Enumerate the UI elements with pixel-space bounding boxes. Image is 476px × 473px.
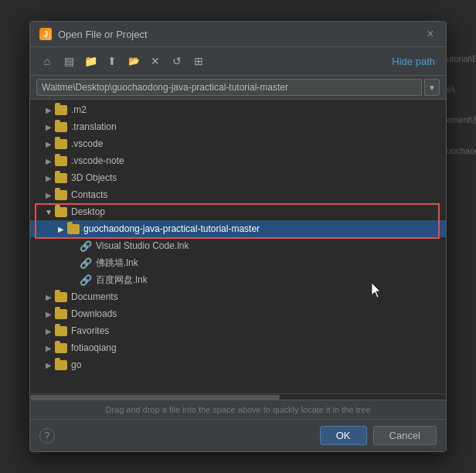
folder-icon-vscode xyxy=(55,139,67,149)
mouse-cursor xyxy=(372,283,384,301)
scrollbar-thumb[interactable] xyxy=(30,395,280,400)
expand-button[interactable]: ⊞ xyxy=(189,52,208,70)
tree-item-vscode-note[interactable]: ▶ .vscode-note xyxy=(30,152,446,169)
item-label-m2: .m2 xyxy=(71,104,87,115)
folder-icon-guochaodong xyxy=(67,224,80,234)
item-label-translation: .translation xyxy=(71,121,117,132)
item-label-go: go xyxy=(71,359,81,370)
expand-arrow-documents[interactable]: ▶ xyxy=(42,291,55,303)
button-bar: ? OK Cancel xyxy=(30,419,446,451)
home-button[interactable]: ⌂ xyxy=(38,52,56,70)
lnk-icon-fotiaojiang: 🔗 xyxy=(80,257,92,269)
path-bar: ▼ xyxy=(30,76,446,100)
path-dropdown-button[interactable]: ▼ xyxy=(424,79,440,96)
app-icon: J xyxy=(39,28,52,40)
item-label-baidu-lnk: 百度网盘.lnk xyxy=(96,274,148,287)
folder-icon-desktop xyxy=(55,207,67,217)
expand-arrow-translation[interactable]: ▶ xyxy=(42,121,55,133)
background-panel: utorial\Ba 码 ement\图 uochaodo xyxy=(443,21,476,452)
tree-item-go[interactable]: ▶ go xyxy=(30,356,446,373)
expand-arrow-desktop[interactable]: ▼ xyxy=(42,206,55,218)
tree-item-fotiaojiang-lnk[interactable]: ▶ 🔗 佛跳墙.lnk xyxy=(30,254,446,271)
folder-icon-fotiaoqiang xyxy=(55,343,67,353)
expand-arrow-go[interactable]: ▶ xyxy=(42,359,55,371)
tree-item-guochaodong[interactable]: ▶ guochaodong-java-practical-tutorial-ma… xyxy=(30,220,446,237)
item-label-fotiaoqiang: fotiaoqiang xyxy=(71,342,117,353)
item-label-vscode-lnk: Visual Studio Code.lnk xyxy=(96,240,189,251)
expand-arrow-contacts[interactable]: ▶ xyxy=(42,189,55,201)
expand-arrow-3d-objects[interactable]: ▶ xyxy=(42,172,55,184)
new-folder-button[interactable]: 📂 xyxy=(124,52,143,70)
item-label-guochaodong: guochaodong-java-practical-tutorial-mast… xyxy=(83,223,260,234)
drag-hint: Drag and drop a file into the space abov… xyxy=(30,400,446,419)
toolbar: ⌂ ▤ 📁 ⬆ 📂 ✕ ↺ ⊞ Hide path xyxy=(30,47,446,76)
ok-button[interactable]: OK xyxy=(320,426,367,445)
folder-icon-go xyxy=(55,360,67,370)
expand-arrow-vscode-note[interactable]: ▶ xyxy=(42,155,55,167)
folder-up-button[interactable]: ⬆ xyxy=(103,52,121,70)
tree-item-contacts[interactable]: ▶ Contacts xyxy=(30,186,446,203)
tree-item-favorites[interactable]: ▶ Favorites xyxy=(30,322,446,339)
tree-item-translation[interactable]: ▶ .translation xyxy=(30,118,446,135)
tree-item-downloads[interactable]: ▶ Downloads xyxy=(30,305,446,322)
folder-icon-documents xyxy=(55,292,67,302)
expand-arrow-guochaodong[interactable]: ▶ xyxy=(55,223,67,235)
expand-arrow-m2[interactable]: ▶ xyxy=(42,104,55,116)
tree-item-fotiaoqiang[interactable]: ▶ fotiaoqiang xyxy=(30,339,446,356)
item-label-desktop: Desktop xyxy=(71,206,105,217)
expand-arrow-downloads[interactable]: ▶ xyxy=(42,308,55,320)
item-label-contacts: Contacts xyxy=(71,189,107,200)
folder-icon-downloads xyxy=(55,309,67,319)
delete-button[interactable]: ✕ xyxy=(146,52,165,70)
item-label-favorites: Favorites xyxy=(71,325,109,336)
dialog: J Open File or Project × ⌂ ▤ 📁 ⬆ 📂 ✕ ↺ ⊞… xyxy=(29,21,447,452)
item-label-vscode-note: .vscode-note xyxy=(71,155,124,166)
item-label-downloads: Downloads xyxy=(71,308,117,319)
refresh-button[interactable]: ↺ xyxy=(168,52,186,70)
folder-icon-translation xyxy=(55,122,67,132)
tree-item-vscode[interactable]: ▶ .vscode xyxy=(30,135,446,152)
lnk-icon-baidu: 🔗 xyxy=(80,274,92,286)
tree-item-desktop[interactable]: ▼ Desktop xyxy=(30,203,446,220)
folder-icon-m2 xyxy=(55,105,67,115)
tree-item-vscode-lnk[interactable]: ▶ 🔗 Visual Studio Code.lnk xyxy=(30,237,446,254)
folder-icon-vscode-note xyxy=(55,156,67,166)
cancel-button[interactable]: Cancel xyxy=(373,426,437,445)
file-tree[interactable]: ▶ .m2 ▶ .translation ▶ .vscode ▶ xyxy=(30,100,446,393)
lnk-icon-vscode: 🔗 xyxy=(80,240,92,252)
tree-item-m2[interactable]: ▶ .m2 xyxy=(30,101,446,118)
item-label-fotiaojiang-lnk: 佛跳墙.lnk xyxy=(96,257,138,270)
dialog-title: Open File or Project xyxy=(58,29,148,40)
horizontal-scrollbar[interactable] xyxy=(30,393,446,400)
expand-arrow-fotiaoqiang[interactable]: ▶ xyxy=(42,342,55,354)
drive-button[interactable]: ▤ xyxy=(60,52,78,70)
folder-nav-button[interactable]: 📁 xyxy=(81,52,100,70)
hide-path-button[interactable]: Hide path xyxy=(389,54,438,69)
title-bar: J Open File or Project × xyxy=(30,22,446,47)
help-button[interactable]: ? xyxy=(39,428,55,444)
folder-icon-contacts xyxy=(55,190,67,200)
expand-arrow-vscode[interactable]: ▶ xyxy=(42,138,55,150)
desktop-section: ▼ Desktop ▶ guochaodong-java-practical-t… xyxy=(30,203,446,237)
bg-text: utorial\Ba 码 ement\图 uochaodo xyxy=(444,21,476,190)
item-label-vscode: .vscode xyxy=(71,138,103,149)
expand-arrow-favorites[interactable]: ▶ xyxy=(42,325,55,337)
tree-item-3d-objects[interactable]: ▶ 3D Objects xyxy=(30,169,446,186)
path-input[interactable] xyxy=(36,79,422,96)
close-button[interactable]: × xyxy=(424,28,437,40)
folder-icon-favorites xyxy=(55,326,67,336)
folder-icon-3d-objects xyxy=(55,173,67,183)
item-label-documents: Documents xyxy=(71,291,118,302)
item-label-3d-objects: 3D Objects xyxy=(71,172,117,183)
